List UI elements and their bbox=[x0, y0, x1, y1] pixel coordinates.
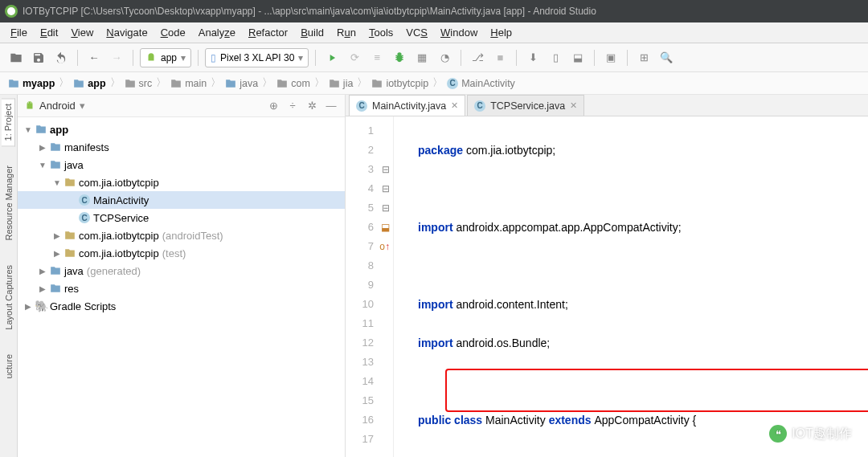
menu-navigate[interactable]: Navigate bbox=[100, 24, 153, 41]
collapse-icon[interactable]: ÷ bbox=[285, 99, 300, 113]
tree-row[interactable]: ▼com.jia.iotbytcpip bbox=[18, 173, 345, 191]
editor-area: CMainActivity.java✕ CTCPService.java✕ ⊟ … bbox=[346, 95, 868, 457]
close-icon[interactable]: ✕ bbox=[570, 100, 577, 111]
crumb-iotbytcpip[interactable]: iotbytcpip bbox=[371, 78, 428, 89]
device-selector[interactable]: ▯ Pixel 3 XL API 30 ▾ bbox=[205, 48, 309, 67]
rail-project[interactable]: 1: Project bbox=[2, 98, 15, 146]
tree-row[interactable]: ▶manifests bbox=[18, 138, 345, 156]
layout-inspector-icon[interactable]: ▣ bbox=[601, 48, 620, 67]
crumb-src[interactable]: src bbox=[125, 78, 153, 89]
avd-manager-icon[interactable]: ▯ bbox=[546, 48, 565, 67]
search-icon[interactable]: 🔍 bbox=[657, 48, 676, 67]
crumb-myapp[interactable]: myapp bbox=[8, 78, 55, 89]
menu-bar: File Edit View Navigate Code Analyze Ref… bbox=[0, 22, 868, 43]
sdk-manager-icon[interactable]: ⬓ bbox=[568, 48, 588, 67]
rail-resource-manager[interactable]: Resource Manager bbox=[2, 161, 15, 246]
menu-edit[interactable]: Edit bbox=[35, 24, 63, 41]
back-icon[interactable]: ← bbox=[84, 48, 104, 67]
apply-changes-icon[interactable]: ⟳ bbox=[345, 48, 364, 67]
gear-icon[interactable]: ✲ bbox=[305, 99, 319, 113]
gutter-marks: ⊟ ⊟⊟ ⬓ o↑ bbox=[379, 121, 390, 256]
left-tool-rail: 1: Project Resource Manager Layout Captu… bbox=[0, 95, 18, 457]
target-icon[interactable]: ⊕ bbox=[266, 99, 280, 113]
run-config-selector[interactable]: app ▾ bbox=[140, 48, 191, 67]
menu-tools[interactable]: Tools bbox=[363, 24, 399, 41]
tree-row[interactable]: ▶com.jia.iotbytcpip (androidTest) bbox=[18, 226, 345, 244]
tree-row[interactable]: CMainActivity bbox=[18, 191, 345, 209]
menu-code[interactable]: Code bbox=[155, 24, 191, 41]
crumb-jia[interactable]: jia bbox=[329, 78, 354, 89]
separator bbox=[315, 50, 316, 66]
project-view-label[interactable]: Android bbox=[39, 100, 76, 112]
menu-vcs[interactable]: VCS bbox=[400, 24, 433, 41]
hide-icon[interactable]: — bbox=[324, 99, 338, 113]
tree-row[interactable]: ▶res bbox=[18, 280, 345, 297]
rail-structure[interactable]: ucture bbox=[2, 349, 15, 384]
profile-icon[interactable]: ◔ bbox=[435, 48, 454, 67]
tree-row[interactable]: ▶java (generated) bbox=[18, 262, 345, 280]
separator bbox=[627, 50, 628, 66]
coverage-icon[interactable]: ▦ bbox=[412, 48, 432, 67]
rail-layout-captures[interactable]: Layout Captures bbox=[2, 260, 15, 335]
separator bbox=[77, 50, 78, 66]
attach-debugger-icon[interactable]: ⎇ bbox=[468, 48, 487, 67]
watermark: ❝ IOT趣制作 bbox=[769, 425, 852, 443]
title-bar: IOTByTCPIP [C:\Users\Tycoon\Desktop\vxap… bbox=[0, 0, 868, 22]
tab-mainactivity[interactable]: CMainActivity.java✕ bbox=[349, 95, 465, 116]
tree-row[interactable]: ▼java bbox=[18, 156, 345, 173]
toolbar: ← → app ▾ ▯ Pixel 3 XL API 30 ▾ ⟳ ≡ ▦ ◔ … bbox=[0, 43, 868, 72]
forward-icon[interactable]: → bbox=[107, 48, 126, 67]
editor-tabs: CMainActivity.java✕ CTCPService.java✕ bbox=[346, 95, 868, 116]
tree-row[interactable]: CTCPService bbox=[18, 209, 345, 226]
tree-row[interactable]: ▶com.jia.iotbytcpip (test) bbox=[18, 244, 345, 262]
save-icon[interactable] bbox=[29, 48, 48, 67]
run-icon[interactable] bbox=[322, 48, 342, 67]
android-studio-logo-icon bbox=[5, 5, 18, 18]
menu-analyze[interactable]: Analyze bbox=[193, 24, 241, 41]
code-area[interactable]: ⊟ ⊟⊟ ⬓ o↑ 1234567891011121314151617 pack… bbox=[346, 116, 868, 457]
apply-code-icon[interactable]: ≡ bbox=[367, 48, 387, 67]
run-config-label: app bbox=[161, 52, 177, 63]
tree-row[interactable]: ▶🐘Gradle Scripts bbox=[18, 297, 345, 315]
open-icon[interactable] bbox=[6, 48, 26, 67]
code-content[interactable]: package com.jia.iotbytcpip; import andro… bbox=[394, 116, 868, 457]
wechat-icon: ❝ bbox=[769, 425, 787, 443]
separator bbox=[198, 50, 199, 66]
separator bbox=[516, 50, 517, 66]
debug-icon[interactable] bbox=[390, 48, 409, 67]
tree-row[interactable]: ▼app bbox=[18, 120, 345, 138]
project-tree: ▼app▶manifests▼java▼com.jia.iotbytcpipCM… bbox=[18, 117, 345, 457]
menu-view[interactable]: View bbox=[65, 24, 99, 41]
menu-run[interactable]: Run bbox=[331, 24, 362, 41]
menu-file[interactable]: File bbox=[5, 24, 33, 41]
device-label: Pixel 3 XL API 30 bbox=[220, 52, 294, 63]
stop-icon[interactable]: ■ bbox=[490, 48, 510, 67]
menu-refactor[interactable]: Refactor bbox=[243, 24, 293, 41]
project-panel: Android ▾ ⊕ ÷ ✲ — ▼app▶manifests▼java▼co… bbox=[18, 95, 346, 457]
window-title: IOTByTCPIP [C:\Users\Tycoon\Desktop\vxap… bbox=[23, 6, 596, 17]
close-icon[interactable]: ✕ bbox=[451, 100, 458, 111]
separator bbox=[133, 50, 133, 66]
crumb-app[interactable]: app bbox=[73, 78, 105, 89]
crumb-mainactivity[interactable]: CMainActivity bbox=[447, 78, 515, 89]
menu-help[interactable]: Help bbox=[485, 24, 518, 41]
breadcrumb: myapp〉 app〉 src〉 main〉 java〉 com〉 jia〉 i… bbox=[0, 72, 868, 95]
tab-tcpservice[interactable]: CTCPService.java✕ bbox=[467, 95, 584, 116]
sync-icon[interactable] bbox=[51, 48, 71, 67]
crumb-java[interactable]: java bbox=[225, 78, 258, 89]
vcs-update-icon[interactable]: ⬇ bbox=[523, 48, 542, 67]
project-header: Android ▾ ⊕ ÷ ✲ — bbox=[18, 95, 345, 117]
svg-point-0 bbox=[7, 7, 15, 15]
highlight-box bbox=[445, 369, 868, 412]
structure-icon[interactable]: ⊞ bbox=[634, 48, 653, 67]
crumb-main[interactable]: main bbox=[170, 78, 207, 89]
menu-build[interactable]: Build bbox=[295, 24, 330, 41]
crumb-com[interactable]: com bbox=[276, 78, 310, 89]
separator bbox=[594, 50, 595, 66]
menu-window[interactable]: Window bbox=[435, 24, 483, 41]
gutter: ⊟ ⊟⊟ ⬓ o↑ 1234567891011121314151617 bbox=[346, 116, 394, 457]
separator bbox=[461, 50, 461, 66]
